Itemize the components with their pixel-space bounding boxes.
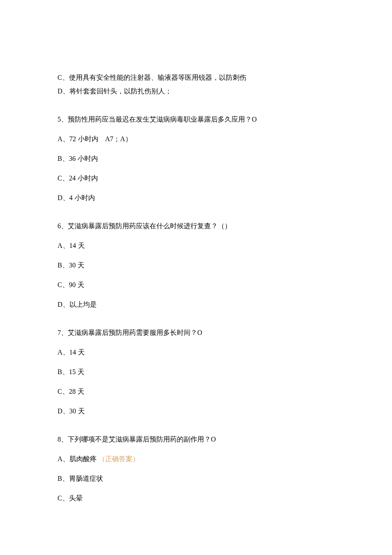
q8-option-c: C、头晕 — [58, 493, 334, 503]
q4-option-c: C、使用具有安全性能的注射器、输液器等医用锐器，以防刺伤 — [58, 73, 334, 83]
q7-option-c: C、28 天 — [58, 386, 334, 397]
q6-option-c: C、90 天 — [58, 280, 334, 290]
q8-option-a: A、肌肉酸疼 （正确答案） — [58, 454, 334, 464]
q5-option-a: A、72 小时内 A7；A） — [58, 134, 334, 144]
q5-stem: 5、预防性用药应当最迟在发生艾滋病病毒职业暴露后多久应用？O — [58, 114, 334, 125]
q6-stem: 6、艾滋病暴露后预防用药应该在什么时候进行复查？（） — [58, 221, 334, 231]
q7-option-a: A、14 天 — [58, 347, 334, 357]
q5-option-c: C、24 小时内 — [58, 173, 334, 183]
q8-option-b: B、胃肠道症状 — [58, 474, 334, 484]
q7-stem: 7、艾滋病暴露后预防用药需要服用多长时间？O — [58, 328, 334, 338]
document-body: C、使用具有安全性能的注射器、输液器等医用锐器，以防刺伤 D、将针套套回针头，以… — [58, 73, 334, 503]
q5-option-d: D、4 小时内 — [58, 193, 334, 203]
q5-option-b: B、36 小时内 — [58, 154, 334, 164]
correct-answer-note: （正确答案） — [98, 455, 139, 462]
q8-option-a-text: A、肌肉酸疼 — [58, 455, 97, 462]
q6-option-d: D、以上均是 — [58, 299, 334, 310]
q7-option-b: B、15 天 — [58, 367, 334, 377]
q7-option-d: D、30 天 — [58, 406, 334, 416]
q6-option-b: B、30 天 — [58, 260, 334, 270]
q6-option-a: A、14 天 — [58, 241, 334, 251]
q8-stem: 8、下列哪项不是艾滋病暴露后预防用药的副作用？O — [58, 434, 334, 445]
q4-option-d: D、将针套套回针头，以防扎伤别人； — [58, 86, 334, 96]
